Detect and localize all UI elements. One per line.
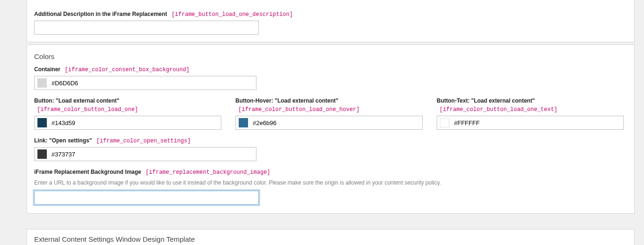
section-title-external-template: External Content Settings Window Design …: [34, 235, 627, 243]
link-color-input-wrap[interactable]: [34, 147, 256, 161]
label-text: Link: "Open settings": [34, 137, 92, 144]
label-text: Button-Hover: "Load external content": [235, 97, 338, 104]
color-swatch-icon[interactable]: [37, 118, 47, 127]
container-color-input-wrap[interactable]: [34, 76, 256, 90]
field-link-color: Link: "Open settings" [iframe_color_open…: [34, 136, 627, 161]
color-swatch-icon[interactable]: [37, 149, 47, 159]
bg-image-input[interactable]: [34, 191, 259, 205]
label-button: Button: "Load external content" [iframe_…: [34, 97, 221, 114]
config-key: [iframe_button_load_one_description]: [171, 11, 293, 18]
config-key: [iframe_replacement_background_image]: [146, 169, 270, 176]
color-swatch-icon[interactable]: [37, 78, 47, 88]
container-color-input[interactable]: [51, 80, 253, 87]
row-button-colors: Button: "Load external content" [iframe_…: [34, 97, 627, 130]
button-hover-color-input-wrap[interactable]: [235, 116, 423, 130]
field-button-text-color: Button-Text: "Load external content" [if…: [437, 97, 624, 130]
label-button-hover: Button-Hover: "Load external content" [i…: [235, 97, 423, 114]
label-additional-description: Additional Description in the iFrame Rep…: [34, 10, 293, 19]
button-text-color-input[interactable]: [454, 119, 621, 126]
button-color-input-wrap[interactable]: [34, 116, 221, 130]
color-swatch-icon[interactable]: [239, 118, 248, 127]
config-key: [iframe_color_button_load_one_text]: [439, 106, 557, 113]
field-bg-image: iFrame Replacement Background Image [ifr…: [34, 168, 627, 205]
label-button-text: Button-Text: "Load external content" [if…: [437, 97, 624, 114]
panel-external-content-template: External Content Settings Window Design …: [27, 229, 635, 245]
color-swatch-icon[interactable]: [440, 118, 449, 127]
field-button-color: Button: "Load external content" [iframe_…: [34, 97, 221, 130]
label-text: Button: "Load external content": [34, 97, 119, 104]
label-container: Container [iframe_color_consent_box_back…: [34, 65, 627, 74]
config-key: [iframe_color_open_settings]: [96, 138, 191, 144]
label-text: Additional Description in the iFrame Rep…: [34, 11, 167, 17]
link-color-input[interactable]: [51, 151, 253, 158]
button-color-input[interactable]: [51, 119, 218, 126]
section-title-colors: Colors: [34, 52, 627, 60]
settings-page: Additional Description in the iFrame Rep…: [0, 0, 644, 245]
config-key: [iframe_color_button_load_one]: [37, 106, 138, 113]
button-hover-color-input[interactable]: [253, 119, 419, 126]
config-key: [iframe_color_consent_box_background]: [65, 67, 189, 73]
label-text: Button-Text: "Load external content": [437, 97, 535, 104]
field-container-color: Container [iframe_color_consent_box_back…: [34, 65, 627, 90]
button-text-color-input-wrap[interactable]: [437, 116, 624, 130]
help-bg-image: Enter a URL to a background image if you…: [34, 178, 627, 187]
panel-additional-description: Additional Description in the iFrame Rep…: [27, 0, 635, 42]
field-button-hover-color: Button-Hover: "Load external content" [i…: [235, 97, 423, 130]
label-link: Link: "Open settings" [iframe_color_open…: [34, 136, 627, 145]
label-text: Container: [34, 66, 60, 73]
label-bg-image: iFrame Replacement Background Image [ifr…: [34, 168, 627, 177]
panel-colors: Colors Container [iframe_color_consent_b…: [27, 45, 635, 214]
additional-description-input[interactable]: [34, 21, 259, 35]
label-text: iFrame Replacement Background Image: [34, 169, 141, 175]
config-key: [iframe_color_button_load_one_hover]: [238, 106, 359, 113]
